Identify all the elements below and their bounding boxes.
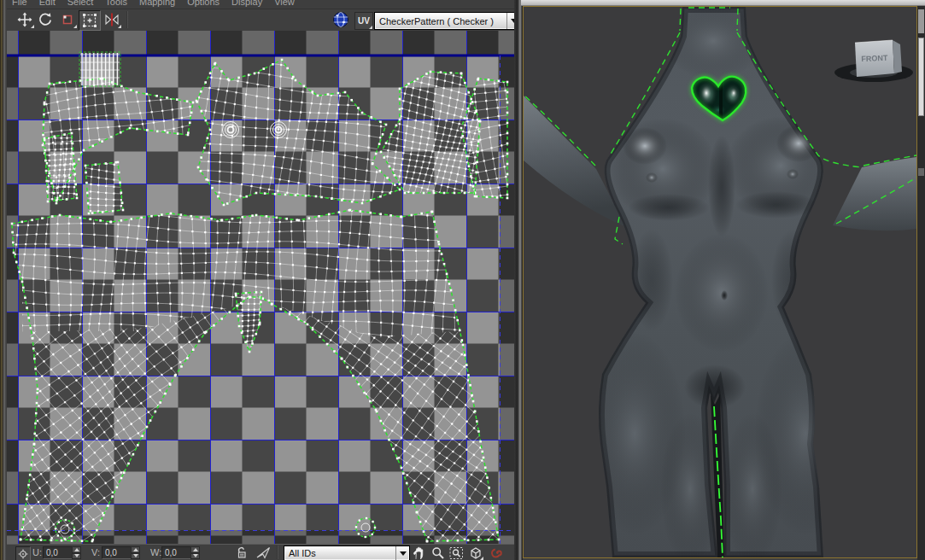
u-spinner[interactable]: [72, 546, 81, 559]
flyout-corner: [118, 25, 121, 28]
flyout-corner: [480, 557, 483, 560]
zoom-extents-button[interactable]: [468, 545, 483, 560]
uvw-menu-bar: File Edit Select Tools Mapping Options D…: [7, 0, 514, 9]
rotate-tool-button[interactable]: [36, 11, 55, 28]
toolbar-separator: [126, 11, 128, 28]
menu-select[interactable]: Select: [67, 0, 94, 7]
spinner-down-icon[interactable]: [190, 553, 200, 560]
lock-icon: [236, 546, 248, 559]
panel-fragment: [918, 9, 924, 33]
pan-button[interactable]: [412, 545, 427, 560]
flyout-corner: [73, 25, 77, 28]
v-label: V:: [91, 547, 100, 557]
menu-file[interactable]: File: [12, 0, 27, 7]
panel-fragment: [918, 38, 924, 116]
absolute-mode-button[interactable]: [15, 546, 31, 560]
spinner-up-icon[interactable]: [72, 546, 81, 553]
w-value-field[interactable]: 0,0: [161, 546, 191, 559]
filter-faces-button[interactable]: [255, 545, 271, 560]
freeform-mode-button[interactable]: [79, 10, 101, 31]
uvw-bottom-toolbar: U: 0,0 V: 0,0 W: 0,0: [7, 544, 514, 560]
uv-edit-area: [7, 31, 514, 544]
menu-tools[interactable]: Tools: [105, 0, 127, 7]
w-spinner[interactable]: [190, 546, 200, 559]
material-id-value: All IDs: [284, 548, 395, 558]
spinner-up-icon[interactable]: [131, 546, 140, 553]
menu-display[interactable]: Display: [231, 0, 262, 7]
window-left-border: [0, 0, 7, 560]
front-viewport: [523, 6, 917, 558]
lock-selection-button[interactable]: [234, 545, 249, 560]
zoom-button[interactable]: [430, 545, 446, 560]
flyout-corner: [369, 26, 372, 29]
scale-tool-button[interactable]: [58, 11, 77, 28]
v-spinner[interactable]: [131, 546, 140, 559]
zoom-to-gizmo-icon: [490, 546, 504, 560]
viewport-top-strip: [521, 0, 925, 6]
command-panel-edge: [917, 6, 925, 560]
uv-space-button[interactable]: UV: [354, 12, 373, 30]
material-id-dropdown[interactable]: All IDs: [284, 545, 410, 560]
filter-faces-icon: [256, 546, 271, 559]
v-value-field[interactable]: 0,0: [102, 546, 132, 559]
absolute-mode-icon: [18, 549, 28, 559]
zoom-region-button[interactable]: [448, 545, 464, 560]
menu-view[interactable]: View: [274, 0, 295, 7]
uv-button-label: UV: [358, 16, 370, 26]
zoom-to-gizmo-button[interactable]: [489, 545, 505, 560]
flyout-corner: [31, 25, 34, 28]
application-root: File Edit Select Tools Mapping Options D…: [0, 0, 925, 560]
uvw-toolbar: UV CheckerPattern ( Checker ): [7, 9, 514, 32]
menu-options[interactable]: Options: [187, 0, 220, 7]
freeform-icon: [82, 13, 97, 28]
spinner-down-icon[interactable]: [131, 553, 140, 560]
viewport-canvas[interactable]: [524, 7, 916, 557]
u-value-field[interactable]: 0,0: [43, 546, 73, 559]
spinner-down-icon[interactable]: [72, 553, 81, 560]
pan-hand-icon: [413, 546, 426, 560]
uv-editor-canvas[interactable]: [7, 31, 514, 544]
w-label: W:: [150, 547, 161, 557]
show-map-button[interactable]: [331, 11, 350, 28]
map-pattern-dropdown[interactable]: CheckerPattern ( Checker ): [374, 12, 521, 30]
edit-uvws-window: File Edit Select Tools Mapping Options D…: [0, 0, 523, 560]
bottombar-separator: [277, 545, 278, 559]
zoom-icon: [431, 546, 445, 560]
menu-mapping[interactable]: Mapping: [139, 0, 175, 7]
window-right-border: [514, 0, 523, 560]
spinner-up-icon[interactable]: [190, 546, 200, 553]
panel-fragment: [918, 168, 924, 176]
mirror-tool-button[interactable]: [102, 11, 121, 28]
map-pattern-value: CheckerPattern ( Checker ): [375, 16, 506, 26]
move-tool-button[interactable]: [15, 11, 34, 28]
dropdown-arrow-icon[interactable]: [395, 546, 409, 560]
u-label: U:: [32, 547, 42, 557]
show-map-globe-icon: [332, 11, 349, 28]
zoom-region-icon: [449, 546, 464, 560]
rotate-icon: [38, 12, 53, 27]
menu-edit[interactable]: Edit: [39, 0, 56, 7]
